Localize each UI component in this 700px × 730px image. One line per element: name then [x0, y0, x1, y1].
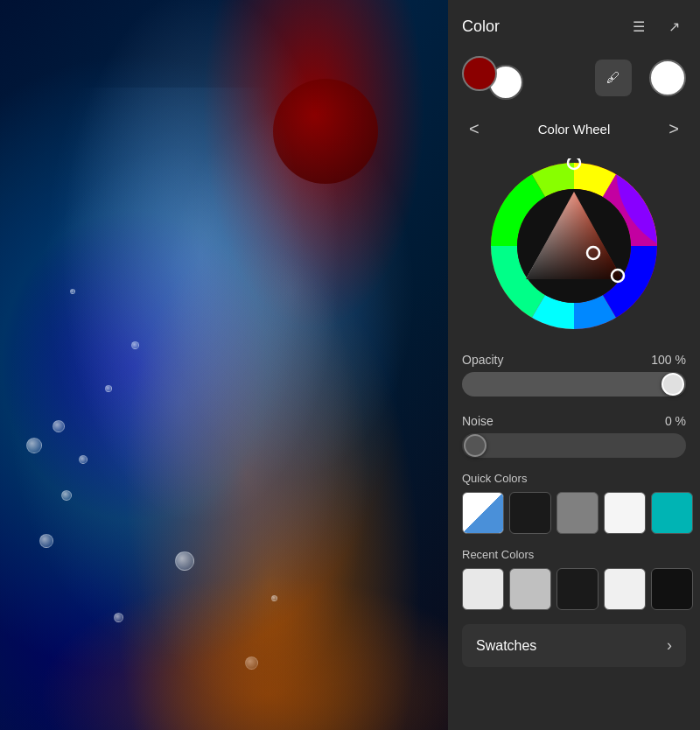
opacity-label: Opacity — [462, 353, 503, 367]
nav-row: < Color Wheel > — [448, 110, 700, 151]
recent-colors-row — [462, 568, 686, 610]
opacity-value: 100 % — [651, 353, 686, 367]
color-overlay-blue — [44, 88, 306, 525]
noise-header: Noise 0 % — [462, 414, 686, 428]
color-wheel[interactable] — [486, 158, 662, 333]
recent-colors-label: Recent Colors — [462, 548, 686, 561]
share-button[interactable]: ↗ — [662, 14, 686, 39]
quick-color-black[interactable] — [509, 492, 551, 534]
eyedropper-button[interactable]: 🖋 — [595, 60, 632, 96]
opacity-slider[interactable] — [462, 372, 686, 397]
panel-title: Color — [462, 18, 500, 36]
quick-colors-row — [462, 492, 686, 534]
header-icons: ☰ ↗ — [626, 14, 686, 39]
photo-panel — [0, 0, 448, 730]
opacity-header: Opacity 100 % — [462, 353, 686, 367]
swatches-label: Swatches — [476, 638, 536, 654]
color-mode-label: Color Wheel — [538, 122, 611, 137]
menu-button[interactable]: ☰ — [626, 14, 651, 39]
opacity-thumb[interactable] — [662, 373, 684, 396]
recent-colors-section: Recent Colors — [448, 539, 700, 615]
noise-value: 0 % — [665, 414, 686, 428]
quick-color-white[interactable] — [604, 492, 646, 534]
swatches-row[interactable]: Swatches › — [462, 624, 686, 667]
panel-header: Color ☰ ↗ — [448, 0, 700, 49]
fg-bg-swatches[interactable] — [462, 56, 523, 100]
recent-color-3[interactable] — [556, 568, 598, 610]
photo-background — [0, 0, 448, 730]
recent-color-2[interactable] — [509, 568, 551, 610]
color-overlay-warm — [0, 555, 448, 730]
noise-section: Noise 0 % — [448, 409, 700, 463]
bubble — [26, 438, 42, 453]
quick-colors-label: Quick Colors — [462, 472, 686, 485]
quick-color-gray[interactable] — [556, 492, 598, 534]
swatches-arrow-icon: › — [667, 636, 672, 655]
noise-thumb[interactable] — [464, 434, 486, 457]
color-swatches-row: 🖋 — [448, 49, 700, 110]
color-panel: Color ☰ ↗ 🖋 < Color Wheel > — [448, 0, 700, 730]
quick-color-teal[interactable] — [651, 492, 693, 534]
next-mode-button[interactable]: > — [662, 116, 686, 143]
eyedropper-icon: 🖋 — [606, 70, 620, 86]
foreground-color-swatch[interactable] — [462, 56, 497, 91]
noise-slider[interactable] — [462, 433, 686, 458]
quick-colors-section: Quick Colors — [448, 463, 700, 539]
prev-mode-button[interactable]: < — [462, 116, 486, 143]
bubble — [39, 534, 53, 548]
recent-color-4[interactable] — [604, 568, 646, 610]
recent-color-1[interactable] — [462, 568, 504, 610]
white-swatch[interactable] — [649, 60, 686, 96]
recent-color-5[interactable] — [651, 568, 693, 610]
quick-color-transparent[interactable] — [462, 492, 504, 534]
opacity-section: Opacity 100 % — [448, 347, 700, 402]
color-wheel-container[interactable] — [448, 151, 700, 347]
noise-label: Noise — [462, 414, 494, 428]
